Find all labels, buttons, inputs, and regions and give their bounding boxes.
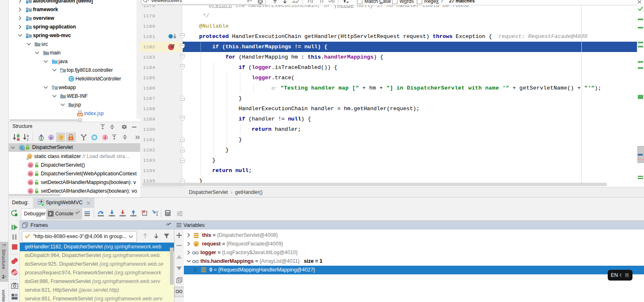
svg-text:λ: λ <box>104 135 106 140</box>
svg-text:m: m <box>29 163 32 168</box>
svg-text:p: p <box>50 135 52 140</box>
svg-text:p: p <box>195 242 197 246</box>
svg-text:m: m <box>29 181 32 185</box>
svg-text:ALL: ALL <box>292 0 298 4</box>
svg-text:m: m <box>29 172 32 176</box>
svg-text:z: z <box>27 137 28 141</box>
svg-text:JSP: JSP <box>78 113 83 116</box>
svg-text:m: m <box>29 189 32 193</box>
svg-text:=: = <box>28 155 31 159</box>
svg-text:C: C <box>70 77 73 81</box>
